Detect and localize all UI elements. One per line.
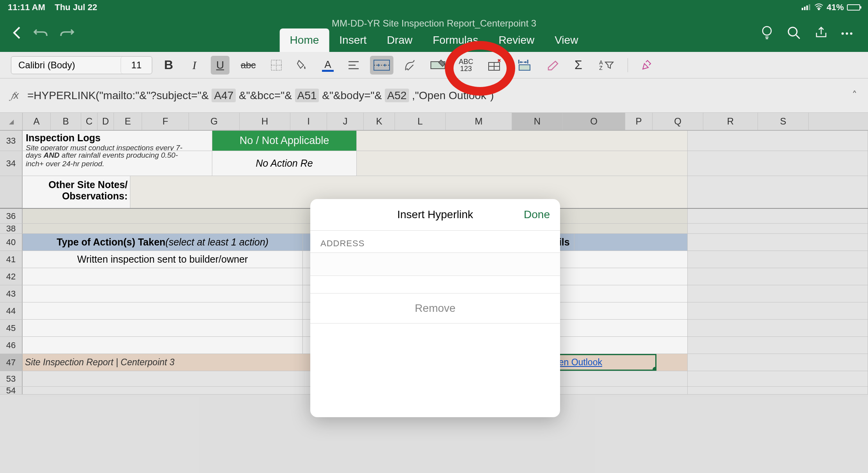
row-header[interactable]: 45 bbox=[0, 320, 23, 336]
row-header[interactable]: 47 bbox=[0, 354, 23, 371]
col-header[interactable]: O bbox=[563, 113, 625, 130]
row-header[interactable]: 33 bbox=[0, 131, 23, 151]
fill-color-button[interactable] bbox=[293, 56, 311, 75]
insert-delete-button[interactable] bbox=[482, 56, 506, 75]
address-input[interactable] bbox=[310, 253, 560, 276]
title-bar: MM-DD-YR Site Inspection Report_Centerpo… bbox=[0, 15, 868, 52]
col-header[interactable]: M bbox=[446, 113, 512, 130]
undo-icon[interactable] bbox=[33, 27, 48, 41]
clear-button[interactable] bbox=[543, 56, 562, 75]
tab-formulas[interactable]: Formulas bbox=[423, 28, 489, 52]
tab-insert[interactable]: Insert bbox=[329, 28, 377, 52]
italic-button[interactable]: I bbox=[185, 56, 204, 75]
col-header[interactable]: K bbox=[364, 113, 395, 130]
merge-cells-button[interactable] bbox=[370, 56, 393, 75]
svg-point-6 bbox=[788, 27, 797, 36]
bold-button[interactable]: B bbox=[159, 56, 178, 75]
col-header[interactable]: I bbox=[290, 113, 327, 130]
svg-rect-2 bbox=[806, 5, 808, 10]
share-icon[interactable] bbox=[814, 26, 828, 41]
formatting-toolbar: Calibri (Body) 11 B I U abc A ABC123 I←→… bbox=[0, 52, 868, 78]
col-header[interactable]: S bbox=[758, 113, 809, 130]
cell-styles-button[interactable] bbox=[426, 56, 450, 75]
underline-button[interactable]: U bbox=[211, 56, 229, 75]
row-header[interactable]: 41 bbox=[0, 251, 23, 268]
col-header[interactable]: P bbox=[625, 113, 653, 130]
cell-text: Type of Action(s) Taken bbox=[57, 236, 165, 248]
cell-text: days AND after rainfall events producing… bbox=[26, 151, 209, 160]
row-header[interactable]: 43 bbox=[0, 285, 23, 302]
row-header[interactable]: 36 bbox=[0, 209, 23, 223]
number-format-button[interactable]: ABC123 bbox=[457, 56, 475, 75]
status-time: 11:11 AM bbox=[8, 2, 45, 12]
more-icon[interactable] bbox=[841, 32, 852, 35]
col-header[interactable]: H bbox=[240, 113, 290, 130]
tab-view[interactable]: View bbox=[544, 28, 588, 52]
expand-formula-icon[interactable]: ˄ bbox=[852, 89, 857, 101]
search-icon[interactable] bbox=[787, 26, 801, 41]
cell-text[interactable]: Written inspection sent to builder/owner bbox=[23, 251, 303, 268]
font-color-button[interactable]: A bbox=[318, 56, 337, 75]
font-name-select[interactable]: Calibri (Body) bbox=[11, 57, 121, 74]
col-header[interactable]: B bbox=[51, 113, 81, 130]
ribbon-tabs: Home Insert Draw Formulas Review View bbox=[280, 28, 589, 52]
col-header[interactable]: C bbox=[81, 113, 98, 130]
svg-point-15 bbox=[407, 69, 407, 69]
svg-rect-21 bbox=[519, 65, 530, 70]
cell-dropdown[interactable]: No / Not Applicable bbox=[212, 131, 357, 151]
row-header[interactable]: 53 bbox=[0, 371, 23, 386]
col-header[interactable]: A bbox=[23, 113, 51, 130]
col-header[interactable]: J bbox=[327, 113, 364, 130]
row-header[interactable]: 44 bbox=[0, 302, 23, 319]
fx-label: 𝑓x bbox=[11, 89, 19, 101]
formula-bar[interactable]: 𝑓x =HYPERLINK("mailto:"&"?subject="& A47… bbox=[0, 78, 868, 113]
cell-text: Site operator must conduct inspections e… bbox=[26, 144, 209, 151]
col-header[interactable]: F bbox=[142, 113, 189, 130]
borders-button[interactable] bbox=[267, 56, 286, 75]
wifi-icon bbox=[814, 2, 824, 12]
tab-home[interactable]: Home bbox=[280, 28, 329, 52]
cell-text: No Action Re bbox=[212, 151, 357, 176]
ink-button[interactable] bbox=[637, 56, 656, 75]
formula-text[interactable]: =HYPERLINK("mailto:"&"?subject="& A47 &"… bbox=[27, 89, 852, 102]
col-header[interactable]: N bbox=[512, 113, 563, 130]
document-title: MM-DD-YR Site Inspection Report_Centerpo… bbox=[332, 18, 536, 29]
font-size-select[interactable]: 11 bbox=[121, 57, 152, 74]
svg-point-5 bbox=[763, 27, 771, 35]
tab-draw[interactable]: Draw bbox=[377, 28, 422, 52]
battery-icon bbox=[847, 4, 860, 11]
svg-rect-3 bbox=[809, 4, 810, 10]
row-header[interactable]: 38 bbox=[0, 224, 23, 233]
done-button[interactable]: Done bbox=[524, 208, 550, 221]
col-header[interactable]: E bbox=[114, 113, 142, 130]
row-header[interactable]: 54 bbox=[0, 387, 23, 394]
cell-text: inch+ over 24-hr period. bbox=[26, 160, 209, 168]
svg-rect-0 bbox=[802, 8, 803, 10]
format-button[interactable]: I←→I bbox=[513, 56, 536, 75]
status-date: Thu Jul 22 bbox=[55, 2, 97, 12]
cell-text: Observations: bbox=[25, 190, 128, 202]
remove-button[interactable]: Remove bbox=[310, 293, 560, 324]
svg-point-4 bbox=[818, 9, 819, 10]
sort-filter-button[interactable]: AZ bbox=[595, 56, 618, 75]
tab-review[interactable]: Review bbox=[488, 28, 544, 52]
select-all-corner[interactable]: ◢ bbox=[0, 113, 23, 130]
autosum-button[interactable]: Σ bbox=[569, 56, 588, 75]
row-header[interactable]: 46 bbox=[0, 337, 23, 354]
currency-button[interactable] bbox=[400, 56, 419, 75]
col-header[interactable]: D bbox=[98, 113, 114, 130]
col-header[interactable]: G bbox=[189, 113, 240, 130]
col-header[interactable]: Q bbox=[653, 113, 703, 130]
cell-text: Inspection Logs bbox=[26, 132, 209, 144]
col-header[interactable]: L bbox=[395, 113, 446, 130]
row-header[interactable]: 40 bbox=[0, 234, 23, 251]
cell-text: Other Site Notes/ bbox=[25, 179, 128, 190]
lightbulb-icon[interactable] bbox=[760, 25, 774, 42]
col-header[interactable]: R bbox=[703, 113, 758, 130]
back-icon[interactable] bbox=[12, 26, 22, 41]
row-header[interactable]: 42 bbox=[0, 268, 23, 285]
redo-icon[interactable] bbox=[59, 27, 75, 41]
strikethrough-button[interactable]: abc bbox=[237, 56, 260, 75]
row-header[interactable]: 34 bbox=[0, 151, 23, 176]
align-button[interactable] bbox=[344, 56, 363, 75]
